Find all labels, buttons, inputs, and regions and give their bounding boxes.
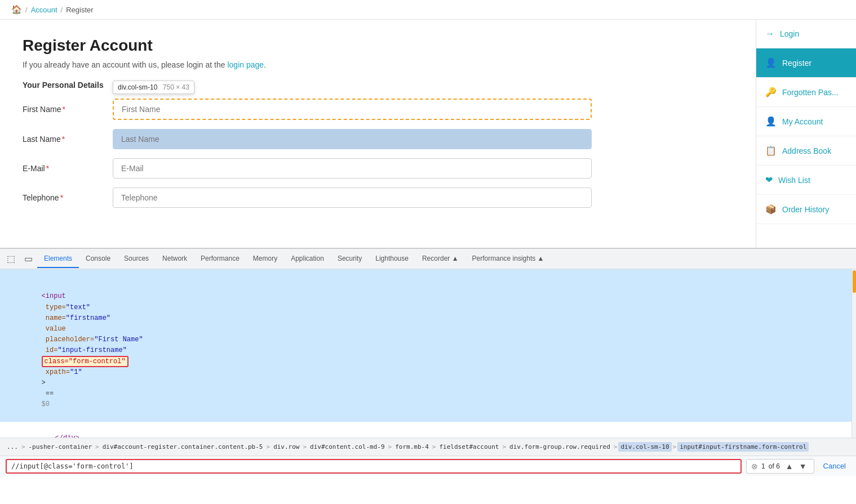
tab-performance[interactable]: Performance [194,250,246,268]
telephone-label: Telephone* [23,193,113,202]
breadcrumb-account[interactable]: Account [31,6,57,14]
first-name-label: First Name* [23,105,113,114]
breadcrumb-sep-2: / [61,6,63,14]
page-layout: Register Account If you already have an … [0,20,856,248]
email-label: E-Mail* [23,164,113,173]
orderhistory-icon: 📦 [765,204,777,215]
form-group-telephone: Telephone* [23,188,733,208]
path-seg-pusher[interactable]: -pusher-container [26,442,95,452]
sidebar-item-login[interactable]: → Login [756,20,856,48]
devtools-tabs: ⬚ ▭ Elements Console Sources Network Per… [0,249,856,269]
sidebar-item-addressbook[interactable]: 📋 Address Book [756,136,856,166]
path-seg-colsm10[interactable]: div.col-sm-10 [618,442,671,452]
last-name-label: Last Name* [23,135,113,144]
firstname-input[interactable] [113,99,592,120]
sidebar-label-register: Register [782,59,811,68]
sidebar-item-wishlist[interactable]: ❤ Wish List [756,166,856,195]
lastname-input-wrap [113,129,592,149]
breadcrumb: 🏠 / Account / Register [0,0,856,20]
tab-memory[interactable]: Memory [246,250,284,268]
right-sidebar: → Login 👤 Register 🔑 Forgotten Pas... 👤 … [756,20,856,248]
wishlist-icon: ❤ [765,175,773,185]
sidebar-item-forgotten[interactable]: 🔑 Forgotten Pas... [756,78,856,107]
class-attr-highlight: class="form-control" [42,356,128,367]
email-input-wrap [113,158,592,179]
login-icon: → [765,29,774,39]
dom-line-1[interactable]: <input type="text" name="firstname" valu… [0,269,851,422]
devtools-search-bar: ⊗ 1 of 6 ▲ ▼ Cancel [0,456,856,476]
tab-elements[interactable]: Elements [37,250,79,268]
breadcrumb-register: Register [66,6,93,14]
main-content: Register Account If you already have an … [0,20,756,248]
form-group-lastname: Last Name* [23,129,733,149]
sidebar-label-forgotten: Forgotten Pas... [782,88,839,97]
search-nav-arrows: ▲ ▼ [783,461,809,472]
devtools-body[interactable]: <input type="text" name="firstname" valu… [0,269,856,438]
tab-performance-insights[interactable]: Performance insights ▲ [465,250,551,268]
home-icon[interactable]: 🏠 [11,5,22,15]
search-prev-button[interactable]: ▲ [783,461,796,472]
tab-sources[interactable]: Sources [117,250,156,268]
search-count-badge: ⊗ 1 of 6 ▲ ▼ [746,459,814,474]
login-page-link[interactable]: login page [227,60,264,69]
tab-console[interactable]: Console [79,250,117,268]
path-seg-row[interactable]: div.row [271,442,301,452]
breadcrumb-sep-1: / [25,6,28,14]
lastname-input[interactable] [113,129,592,149]
devtools-device-icon[interactable]: ▭ [20,251,37,266]
scroll-thumb[interactable] [853,270,856,293]
path-seg-input[interactable]: input#input-firstname.form-control [677,442,809,452]
form-group-firstname: First Name* div.col-sm-10 750 × 43 [23,99,733,120]
xpath-search-input[interactable] [6,459,742,474]
devtools-scrollbar[interactable] [851,269,856,438]
tab-recorder[interactable]: Recorder ▲ [415,250,465,268]
devtools-breadcrumb-path: ... > -pusher-container > div#account-re… [0,438,856,456]
tab-security[interactable]: Security [331,250,369,268]
clear-search-button[interactable]: ⊗ [751,462,758,471]
path-seg-dots[interactable]: ... [5,442,20,452]
path-seg-form[interactable]: form.mb-4 [393,442,431,452]
search-count-current: 1 [761,462,765,470]
path-seg-account-register[interactable]: div#account-register.container.content.p… [100,442,265,452]
dom-code-area: <input type="text" name="firstname" valu… [0,269,851,438]
telephone-input-wrap [113,188,592,208]
sidebar-item-orderhistory[interactable]: 📦 Order History [756,195,856,224]
element-tooltip: div.col-sm-10 750 × 43 [113,81,194,94]
sidebar-label-login: Login [780,29,799,38]
register-icon: 👤 [765,57,777,68]
sidebar-item-register[interactable]: 👤 Register [756,48,856,78]
sidebar-label-myaccount: My Account [782,117,823,126]
tab-application[interactable]: Application [284,250,331,268]
email-input[interactable] [113,158,592,179]
sidebar-item-myaccount[interactable]: 👤 My Account [756,107,856,136]
form-group-email: E-Mail* [23,158,733,179]
firstname-input-wrap: div.col-sm-10 750 × 43 [113,99,592,120]
sidebar-label-addressbook: Address Book [782,146,831,155]
sidebar-label-orderhistory: Order History [782,205,829,214]
sidebar-label-wishlist: Wish List [778,176,810,185]
path-seg-formgroup[interactable]: div.form-group.row.required [507,442,613,452]
devtools-panel: ⬚ ▭ Elements Console Sources Network Per… [0,248,856,476]
dom-line-2[interactable]: </div> [0,422,851,438]
myaccount-icon: 👤 [765,116,777,127]
telephone-input[interactable] [113,188,592,208]
key-icon: 🔑 [765,87,777,97]
intro-text: If you already have an account with us, … [23,60,733,69]
search-cancel-button[interactable]: Cancel [819,460,850,472]
path-seg-fieldset[interactable]: fieldset#account [437,442,501,452]
search-count-total: of 6 [769,462,780,470]
tab-lighthouse[interactable]: Lighthouse [369,250,415,268]
tab-network[interactable]: Network [156,250,194,268]
page-title: Register Account [23,37,733,55]
devtools-pointer-icon[interactable]: ⬚ [2,251,20,266]
path-seg-content[interactable]: div#content.col-md-9 [308,442,387,452]
addressbook-icon: 📋 [765,145,777,156]
search-next-button[interactable]: ▼ [797,461,809,472]
